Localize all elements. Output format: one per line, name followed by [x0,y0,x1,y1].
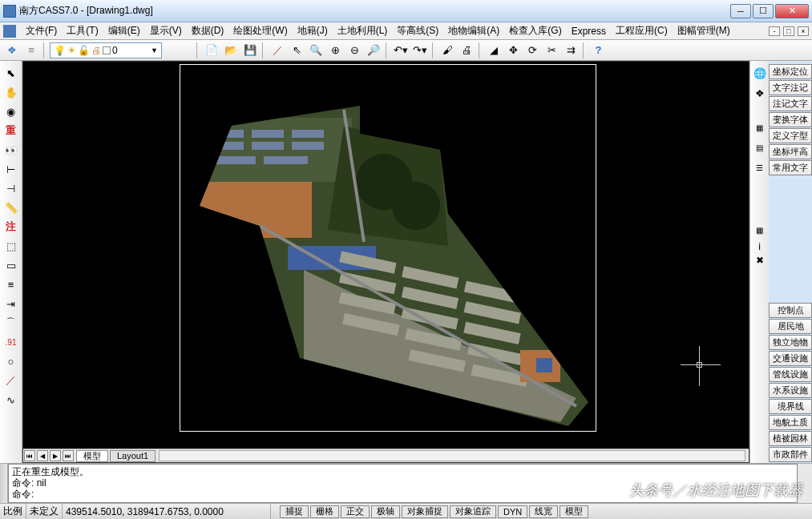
panel-control-point[interactable]: 控制点 [769,303,812,318]
text-annot-icon[interactable]: 重 [2,122,20,139]
menu-express[interactable]: Express [567,24,611,38]
circle-icon[interactable]: ○ [2,352,20,370]
menu-draw[interactable]: 绘图处理(W) [228,22,292,39]
trim-icon[interactable]: ✂ [543,42,560,59]
menu-check[interactable]: 检查入库(G) [504,22,566,39]
annotation-icon[interactable]: 注 [2,218,20,235]
offset-icon[interactable]: ⇉ [562,42,580,59]
snap-end-icon[interactable]: ⊣ [2,179,20,197]
tab-first[interactable]: ⏮ [24,450,35,461]
match-icon[interactable]: 🖌 [438,42,456,59]
menu-engineering[interactable]: 工程应用(C) [611,22,673,39]
panel-residential[interactable]: 居民地 [769,319,812,334]
zoom-window-icon[interactable]: 🔎 [365,42,382,59]
extend-icon[interactable]: ⇥ [2,295,20,312]
mdi-minimize[interactable]: - [769,26,780,36]
rotate-icon[interactable]: ⟳ [523,42,541,59]
h-scrollbar[interactable] [159,450,745,461]
panel-text-annot[interactable]: 文字注记 [769,80,812,95]
panel-water[interactable]: 水系设施 [769,383,812,398]
panel-coord-locate[interactable]: 坐标定位 [769,64,812,79]
grid-icon[interactable]: ▦ [751,221,769,239]
layers-icon[interactable]: ❖ [3,42,21,59]
menu-view[interactable]: 显示(V) [145,22,187,39]
undo-icon[interactable]: ↶▾ [392,42,410,59]
status-grid[interactable]: 栅格 [310,505,339,518]
open-icon[interactable]: 📂 [222,42,240,59]
panel-municipal[interactable]: 市政部件 [769,447,812,462]
arc-icon[interactable]: ／ [2,372,20,389]
tab-next[interactable]: ▶ [50,450,61,461]
maximize-button[interactable]: ☐ [753,4,774,18]
line-icon[interactable]: ／ [269,42,286,59]
status-lwt[interactable]: 线宽 [529,505,558,518]
minimize-button[interactable]: ─ [730,4,751,18]
delete-icon[interactable]: ✖ [756,255,764,266]
panel-boundary[interactable]: 境界线 [769,399,812,414]
tab-last[interactable]: ⏭ [63,450,74,461]
mdi-restore[interactable]: □ [783,26,794,36]
status-osnap[interactable]: 对象捕捉 [402,505,448,518]
globe-icon[interactable]: 🌐 [751,64,769,82]
panel-traffic[interactable]: 交通设施 [769,351,812,366]
menu-sheet[interactable]: 图幅管理(M) [673,22,735,39]
status-model[interactable]: 模型 [560,505,588,518]
redo-icon[interactable]: ↷▾ [411,42,429,59]
tab-prev[interactable]: ◀ [37,450,48,461]
menu-feature-edit[interactable]: 地物编辑(A) [443,22,504,39]
panel-terrain[interactable]: 地貌土质 [769,415,812,430]
menu-data[interactable]: 数据(D) [187,22,229,39]
status-polar[interactable]: 极轴 [371,505,400,518]
menu-contour[interactable]: 等高线(S) [392,22,443,39]
new-icon[interactable]: 📄 [203,42,220,59]
layer-props-icon[interactable]: ≡ [22,42,40,59]
select-icon[interactable]: ⇖ [288,42,305,59]
status-ortho[interactable]: 正交 [341,505,370,518]
mdi-close[interactable]: × [798,26,809,36]
fillet-icon[interactable]: ⌒ [2,314,20,332]
pointer-icon[interactable]: ⬉ [2,64,20,82]
orbit-icon[interactable]: ◉ [2,103,20,120]
zoom-extents-icon[interactable]: 🔍 [307,42,325,59]
help-icon[interactable]: ? [589,42,607,59]
panel-change-font[interactable]: 变换字体 [769,112,812,127]
break-icon[interactable]: ≡ [2,276,20,293]
menu-landuse[interactable]: 土地利用(L) [333,22,393,39]
status-dyn[interactable]: DYN [498,505,527,518]
menu-edit[interactable]: 编辑(E) [103,22,145,39]
polyline-icon[interactable]: ⬚ [2,237,20,255]
panel-coord-elev[interactable]: 坐标坪高 [769,144,812,159]
cmd-grip[interactable] [0,464,8,503]
lineweight-icon[interactable]: ☰ [751,159,769,176]
status-snap[interactable]: 捕捉 [280,505,309,518]
panel-independent[interactable]: 独立地物 [769,335,812,350]
panel-annot-text[interactable]: 注记文字 [769,96,812,111]
zoom-in-icon[interactable]: ⊕ [326,42,344,59]
tab-model[interactable]: 模型 [76,450,108,462]
panel-define-font[interactable]: 定义字型 [769,128,812,143]
status-otrack[interactable]: 对象追踪 [450,505,496,518]
layers2-icon[interactable]: ❖ [751,84,769,102]
cmd-scrollbar[interactable] [798,464,812,503]
menu-file[interactable]: 文件(F) [21,22,62,39]
zoom-out-icon[interactable]: ⊖ [345,42,363,59]
binoculars-icon[interactable]: 👀 [2,141,20,159]
tab-layout1[interactable]: Layout1 [110,450,156,462]
close-button[interactable]: ✕ [775,4,809,18]
snap-mid-icon[interactable]: ⊢ [2,160,20,178]
eraser-icon[interactable]: ◢ [485,42,503,59]
menu-cadastre[interactable]: 地籍(J) [293,22,333,39]
spline-icon[interactable]: ∿ [2,391,20,408]
print-icon[interactable]: 🖨 [458,42,475,59]
move-icon[interactable]: ✥ [504,42,522,59]
command-line[interactable]: 正在重生成模型。 命令: nil 命令: [8,464,798,503]
panel-pipeline[interactable]: 管线设施 [769,367,812,382]
elev-icon[interactable]: .91 [2,333,20,351]
panel-common-text[interactable]: 常用文字 [769,160,812,175]
drawing-canvas[interactable]: ⏮ ◀ ▶ ⏭ 模型 Layout1 [22,61,749,463]
pan-icon[interactable]: ✋ [2,83,20,101]
panel-vegetation[interactable]: 植被园林 [769,431,812,446]
info-icon[interactable]: i [758,241,761,252]
layer-dropdown[interactable]: 💡 ☀ 🔓 🖨 0 ▼ [50,42,162,58]
linetype-icon[interactable]: ▤ [751,139,769,156]
